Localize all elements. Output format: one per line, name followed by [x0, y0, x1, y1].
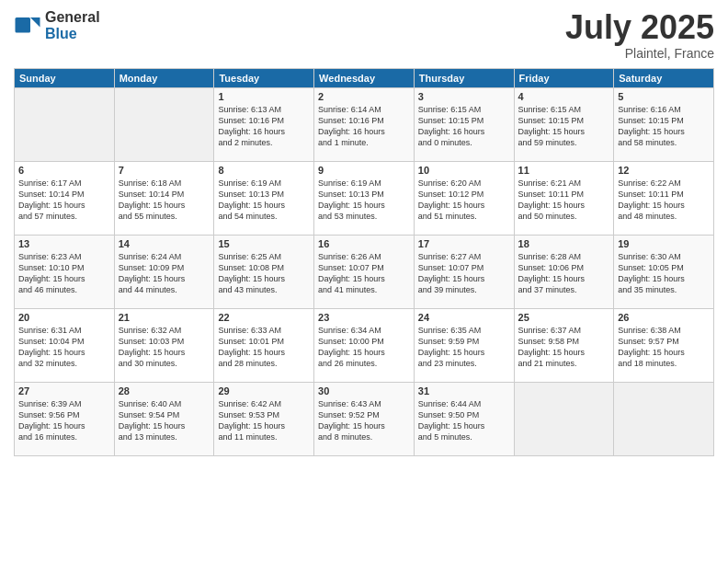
day-cell: 28Sunrise: 6:40 AM Sunset: 9:54 PM Dayli… — [114, 382, 214, 455]
day-cell — [114, 87, 214, 161]
col-sunday: Sunday — [15, 68, 115, 87]
day-info: Sunrise: 6:35 AM Sunset: 9:59 PM Dayligh… — [418, 325, 510, 370]
day-cell: 8Sunrise: 6:19 AM Sunset: 10:13 PM Dayli… — [214, 161, 314, 235]
day-number: 20 — [18, 312, 110, 323]
day-info: Sunrise: 6:21 AM Sunset: 10:11 PM Daylig… — [518, 178, 610, 223]
day-cell: 11Sunrise: 6:21 AM Sunset: 10:11 PM Dayl… — [514, 161, 614, 235]
day-cell: 30Sunrise: 6:43 AM Sunset: 9:52 PM Dayli… — [314, 382, 415, 455]
day-info: Sunrise: 6:33 AM Sunset: 10:01 PM Daylig… — [218, 325, 310, 370]
col-thursday: Thursday — [414, 68, 514, 87]
location: Plaintel, France — [565, 46, 714, 61]
day-number: 15 — [218, 238, 310, 249]
day-info: Sunrise: 6:38 AM Sunset: 9:57 PM Dayligh… — [618, 325, 710, 370]
svg-rect-0 — [16, 17, 31, 33]
day-info: Sunrise: 6:20 AM Sunset: 10:12 PM Daylig… — [418, 178, 510, 223]
day-info: Sunrise: 6:30 AM Sunset: 10:05 PM Daylig… — [618, 251, 710, 296]
day-cell: 24Sunrise: 6:35 AM Sunset: 9:59 PM Dayli… — [414, 308, 514, 382]
day-info: Sunrise: 6:44 AM Sunset: 9:50 PM Dayligh… — [418, 398, 510, 443]
day-info: Sunrise: 6:25 AM Sunset: 10:08 PM Daylig… — [218, 251, 310, 296]
day-cell: 9Sunrise: 6:19 AM Sunset: 10:13 PM Dayli… — [314, 161, 415, 235]
day-number: 3 — [418, 91, 510, 102]
day-number: 2 — [318, 91, 410, 102]
day-info: Sunrise: 6:43 AM Sunset: 9:52 PM Dayligh… — [318, 398, 410, 443]
logo-text: General Blue — [45, 9, 100, 41]
day-cell: 2Sunrise: 6:14 AM Sunset: 10:16 PM Dayli… — [314, 87, 415, 161]
day-info: Sunrise: 6:22 AM Sunset: 10:11 PM Daylig… — [618, 178, 710, 223]
day-cell: 27Sunrise: 6:39 AM Sunset: 9:56 PM Dayli… — [15, 382, 115, 455]
day-number: 16 — [318, 238, 410, 249]
day-cell: 13Sunrise: 6:23 AM Sunset: 10:10 PM Dayl… — [15, 235, 115, 308]
calendar-header: Sunday Monday Tuesday Wednesday Thursday… — [15, 68, 714, 87]
day-cell: 21Sunrise: 6:32 AM Sunset: 10:03 PM Dayl… — [114, 308, 214, 382]
day-info: Sunrise: 6:32 AM Sunset: 10:03 PM Daylig… — [119, 325, 210, 370]
col-monday: Monday — [114, 68, 214, 87]
day-number: 31 — [418, 385, 510, 396]
logo-blue: Blue — [45, 26, 100, 42]
day-info: Sunrise: 6:31 AM Sunset: 10:04 PM Daylig… — [18, 325, 110, 370]
day-info: Sunrise: 6:40 AM Sunset: 9:54 PM Dayligh… — [119, 398, 210, 443]
day-info: Sunrise: 6:24 AM Sunset: 10:09 PM Daylig… — [119, 251, 210, 296]
day-cell: 23Sunrise: 6:34 AM Sunset: 10:00 PM Dayl… — [314, 308, 415, 382]
day-number: 7 — [119, 165, 210, 176]
col-tuesday: Tuesday — [214, 68, 314, 87]
day-info: Sunrise: 6:42 AM Sunset: 9:53 PM Dayligh… — [218, 398, 310, 443]
day-number: 5 — [618, 91, 710, 102]
day-number: 27 — [18, 385, 110, 396]
day-number: 11 — [518, 165, 610, 176]
day-number: 29 — [218, 385, 310, 396]
day-cell: 25Sunrise: 6:37 AM Sunset: 9:58 PM Dayli… — [514, 308, 614, 382]
day-number: 30 — [318, 385, 410, 396]
day-info: Sunrise: 6:26 AM Sunset: 10:07 PM Daylig… — [318, 251, 410, 296]
day-cell: 1Sunrise: 6:13 AM Sunset: 10:16 PM Dayli… — [214, 87, 314, 161]
day-info: Sunrise: 6:19 AM Sunset: 10:13 PM Daylig… — [218, 178, 310, 223]
day-number: 12 — [618, 165, 710, 176]
day-cell: 31Sunrise: 6:44 AM Sunset: 9:50 PM Dayli… — [414, 382, 514, 455]
col-friday: Friday — [514, 68, 614, 87]
day-cell — [614, 382, 714, 455]
calendar-page: General Blue July 2025 Plaintel, France … — [0, 0, 728, 563]
col-saturday: Saturday — [614, 68, 714, 87]
week-row-4: 27Sunrise: 6:39 AM Sunset: 9:56 PM Dayli… — [15, 382, 714, 455]
day-number: 6 — [18, 165, 110, 176]
day-info: Sunrise: 6:27 AM Sunset: 10:07 PM Daylig… — [418, 251, 510, 296]
day-cell: 17Sunrise: 6:27 AM Sunset: 10:07 PM Dayl… — [414, 235, 514, 308]
day-cell: 6Sunrise: 6:17 AM Sunset: 10:14 PM Dayli… — [15, 161, 115, 235]
day-info: Sunrise: 6:14 AM Sunset: 10:16 PM Daylig… — [318, 104, 410, 149]
week-row-2: 13Sunrise: 6:23 AM Sunset: 10:10 PM Dayl… — [15, 235, 714, 308]
day-cell: 4Sunrise: 6:15 AM Sunset: 10:15 PM Dayli… — [514, 87, 614, 161]
day-info: Sunrise: 6:28 AM Sunset: 10:06 PM Daylig… — [518, 251, 610, 296]
week-row-3: 20Sunrise: 6:31 AM Sunset: 10:04 PM Dayl… — [15, 308, 714, 382]
day-cell: 16Sunrise: 6:26 AM Sunset: 10:07 PM Dayl… — [314, 235, 415, 308]
calendar-table: Sunday Monday Tuesday Wednesday Thursday… — [14, 68, 714, 456]
day-cell — [514, 382, 614, 455]
day-number: 4 — [518, 91, 610, 102]
day-cell: 20Sunrise: 6:31 AM Sunset: 10:04 PM Dayl… — [15, 308, 115, 382]
title-block: July 2025 Plaintel, France — [565, 9, 714, 61]
day-number: 9 — [318, 165, 410, 176]
day-info: Sunrise: 6:15 AM Sunset: 10:15 PM Daylig… — [418, 104, 510, 149]
day-number: 22 — [218, 312, 310, 323]
day-info: Sunrise: 6:34 AM Sunset: 10:00 PM Daylig… — [318, 325, 410, 370]
day-number: 10 — [418, 165, 510, 176]
day-info: Sunrise: 6:19 AM Sunset: 10:13 PM Daylig… — [318, 178, 410, 223]
day-cell: 10Sunrise: 6:20 AM Sunset: 10:12 PM Dayl… — [414, 161, 514, 235]
day-number: 28 — [119, 385, 210, 396]
day-cell: 12Sunrise: 6:22 AM Sunset: 10:11 PM Dayl… — [614, 161, 714, 235]
day-number: 17 — [418, 238, 510, 249]
day-cell: 7Sunrise: 6:18 AM Sunset: 10:14 PM Dayli… — [114, 161, 214, 235]
logo-icon — [14, 12, 41, 40]
week-row-0: 1Sunrise: 6:13 AM Sunset: 10:16 PM Dayli… — [15, 87, 714, 161]
day-cell: 14Sunrise: 6:24 AM Sunset: 10:09 PM Dayl… — [114, 235, 214, 308]
day-cell: 18Sunrise: 6:28 AM Sunset: 10:06 PM Dayl… — [514, 235, 614, 308]
day-info: Sunrise: 6:23 AM Sunset: 10:10 PM Daylig… — [18, 251, 110, 296]
day-info: Sunrise: 6:39 AM Sunset: 9:56 PM Dayligh… — [18, 398, 110, 443]
day-number: 25 — [518, 312, 610, 323]
col-wednesday: Wednesday — [314, 68, 415, 87]
header-row: Sunday Monday Tuesday Wednesday Thursday… — [15, 68, 714, 87]
logo: General Blue — [14, 9, 100, 41]
day-cell: 15Sunrise: 6:25 AM Sunset: 10:08 PM Dayl… — [214, 235, 314, 308]
day-cell: 26Sunrise: 6:38 AM Sunset: 9:57 PM Dayli… — [614, 308, 714, 382]
day-cell: 19Sunrise: 6:30 AM Sunset: 10:05 PM Dayl… — [614, 235, 714, 308]
day-number: 13 — [18, 238, 110, 249]
day-cell: 3Sunrise: 6:15 AM Sunset: 10:15 PM Dayli… — [414, 87, 514, 161]
